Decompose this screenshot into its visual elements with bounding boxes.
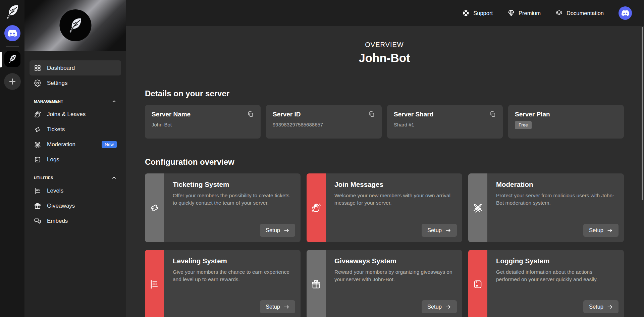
feature-description: Get detailed information about the actio… — [496, 268, 615, 283]
sidebar-section-utilities[interactable]: UTILITIES — [30, 175, 121, 180]
feature-card-join-messages: Join Messages Welcome your new members w… — [307, 173, 462, 242]
server-icon-john-bot[interactable] — [4, 51, 20, 67]
sidebar-item-giveaways[interactable]: Giveaways — [30, 198, 121, 213]
feature-title: Ticketing System — [173, 180, 292, 189]
chat-bubbles-icon — [34, 217, 41, 225]
sidebar-item-label: Embeds — [47, 218, 68, 224]
arrow-right-icon — [445, 228, 451, 233]
feather-icon — [7, 54, 17, 64]
wave-icon — [311, 203, 321, 213]
sidebar-item-label: Logs — [47, 156, 59, 163]
discord-icon — [8, 30, 17, 37]
active-server-indicator — [0, 52, 2, 67]
user-avatar-button[interactable] — [619, 6, 632, 20]
feather-icon — [67, 17, 84, 34]
setup-button[interactable]: Setup — [422, 300, 457, 313]
stat-value: 993983297585688657 — [273, 122, 375, 127]
discord-home-button[interactable] — [4, 25, 20, 41]
page-title: John-Bot — [145, 51, 624, 65]
sidebar-item-dashboard[interactable]: Dashboard — [30, 60, 121, 75]
nav-label: Premium — [519, 10, 541, 16]
stat-card-server-id: Server ID 993983297585688657 — [266, 105, 382, 139]
copy-icon — [247, 111, 254, 117]
gift-icon — [311, 279, 321, 289]
feature-title: Logging System — [496, 257, 615, 265]
server-avatar — [59, 9, 91, 41]
feature-description: Welcome your new members with your own a… — [334, 192, 453, 207]
details-section: Details on your server Server Name John-… — [145, 89, 624, 139]
diamond-icon — [507, 9, 515, 17]
sidebar-item-tickets[interactable]: Tickets — [30, 122, 121, 137]
setup-button[interactable]: Setup — [422, 224, 457, 237]
lifebuoy-icon — [462, 9, 470, 17]
feature-accent-stripe — [307, 250, 326, 317]
sidebar-section-management[interactable]: MANAGEMENT — [30, 99, 121, 104]
nav-label: Documentation — [567, 10, 604, 16]
sidebar: Dashboard Settings MANAGEMENT Joins & Le… — [24, 0, 126, 317]
swords-icon — [34, 141, 41, 148]
copy-icon — [489, 111, 496, 117]
sidebar-item-label: Levels — [47, 188, 63, 194]
sidebar-item-moderation[interactable]: Moderation New — [30, 137, 121, 152]
setup-button[interactable]: Setup — [260, 224, 295, 237]
details-grid: Server Name John-Bot Server ID 993 — [145, 105, 624, 139]
main-area: Support Premium Documentation OVERVIEW J… — [126, 0, 644, 317]
sidebar-item-label: Settings — [47, 80, 67, 87]
grid-icon — [34, 64, 41, 72]
sidebar-item-label: Moderation — [47, 141, 75, 148]
feature-card-giveaways: Giveaways System Reward your members by … — [307, 250, 462, 317]
server-rail — [0, 0, 24, 317]
stat-label: Server ID — [273, 111, 301, 118]
gift-icon — [34, 202, 41, 210]
add-server-button[interactable] — [4, 73, 21, 90]
feature-card-moderation: Moderation Protect your server from mali… — [468, 173, 624, 242]
feature-description: Protect your server from malicious users… — [496, 192, 615, 207]
scrollbar[interactable] — [642, 27, 643, 200]
sidebar-item-label: Giveaways — [47, 203, 75, 209]
stat-label: Server Plan — [515, 111, 550, 118]
stat-card-server-name: Server Name John-Bot — [145, 105, 261, 139]
page-content: OVERVIEW John-Bot Details on your server… — [126, 26, 644, 317]
sidebar-item-label: Dashboard — [47, 65, 75, 71]
sidebar-item-settings[interactable]: Settings — [30, 75, 121, 91]
plan-badge: Free — [515, 121, 532, 129]
sidebar-item-label: Tickets — [47, 126, 65, 133]
feature-accent-stripe — [468, 173, 487, 242]
feather-logo-icon[interactable] — [4, 4, 21, 20]
sidebar-item-joins-leaves[interactable]: Joins & Leaves — [30, 107, 121, 122]
sidebar-menu: Dashboard Settings MANAGEMENT Joins & Le… — [24, 51, 126, 228]
arrow-right-icon — [284, 228, 289, 233]
sidebar-item-embeds[interactable]: Embeds — [30, 213, 121, 228]
setup-button[interactable]: Setup — [583, 300, 619, 313]
ticket-icon — [34, 126, 41, 133]
stat-label: Server Name — [152, 111, 191, 118]
arrow-right-icon — [607, 228, 613, 233]
feature-accent-stripe — [145, 173, 164, 242]
sidebar-item-label: Joins & Leaves — [47, 111, 86, 118]
plus-icon — [8, 77, 17, 86]
stat-card-server-shard: Server Shard Shard #1 — [387, 105, 503, 139]
arrow-right-icon — [284, 305, 289, 309]
chevron-up-icon — [111, 175, 117, 180]
setup-button[interactable]: Setup — [260, 300, 295, 313]
arrow-right-icon — [607, 305, 613, 309]
server-banner — [24, 0, 126, 51]
feature-accent-stripe — [307, 173, 326, 242]
sidebar-item-logs[interactable]: Logs — [30, 152, 121, 167]
nav-link-support[interactable]: Support — [462, 9, 493, 17]
feature-accent-stripe — [468, 250, 487, 317]
wave-icon — [34, 111, 41, 118]
stat-label: Server Shard — [394, 111, 433, 118]
levels-icon — [149, 279, 160, 289]
copy-button[interactable] — [489, 111, 496, 117]
sidebar-item-levels[interactable]: Levels — [30, 183, 121, 198]
details-heading: Details on your server — [145, 89, 624, 98]
copy-button[interactable] — [368, 111, 375, 117]
copy-button[interactable] — [247, 111, 254, 117]
setup-button[interactable]: Setup — [583, 224, 619, 237]
chevron-up-icon — [111, 99, 117, 104]
nav-link-documentation[interactable]: Documentation — [555, 9, 604, 17]
nav-link-premium[interactable]: Premium — [507, 9, 541, 17]
stat-value: Shard #1 — [394, 122, 496, 127]
feature-card-leveling: Leveling System Give your members the ch… — [145, 250, 301, 317]
